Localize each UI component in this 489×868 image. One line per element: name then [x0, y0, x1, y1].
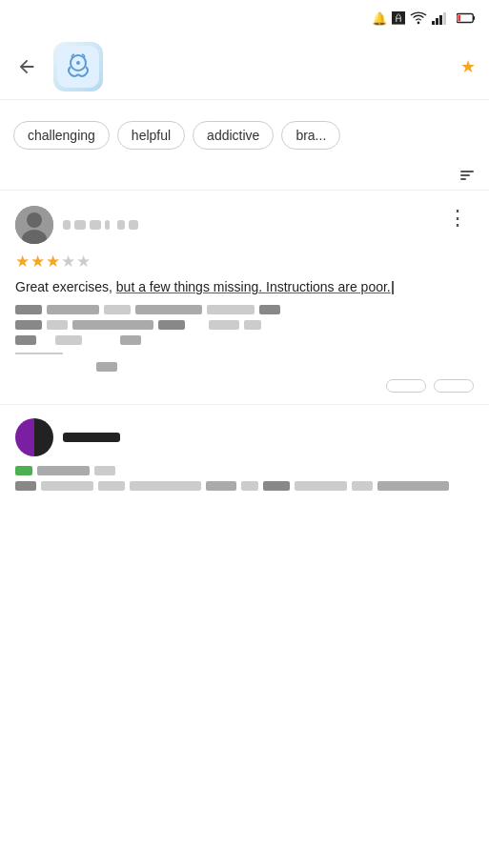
signal-icon: [432, 11, 447, 25]
redacted-row-1: [15, 305, 474, 314]
svg-rect-2: [436, 18, 438, 25]
yes-button[interactable]: [386, 379, 426, 393]
name-block-6: [129, 220, 138, 230]
tag-helpful[interactable]: helpful: [117, 121, 185, 150]
r6-b2: [41, 481, 93, 491]
svg-rect-8: [57, 46, 99, 88]
r3-b2: [55, 335, 82, 345]
reviewer-2-header: [15, 418, 474, 456]
r1-b4: [135, 305, 202, 314]
r2-b6: [244, 320, 261, 330]
redacted-row-3: [15, 335, 474, 345]
review-2-row-1: [15, 466, 474, 475]
sort-button[interactable]: [453, 171, 474, 180]
r2-b5: [209, 320, 239, 330]
r6-b6: [241, 481, 258, 491]
redacted-row-4: [15, 362, 474, 372]
svg-rect-7: [458, 15, 460, 21]
r4-b1: [96, 362, 117, 372]
r6-b5: [206, 481, 236, 491]
name-block-2: [74, 220, 86, 230]
r1-b6: [259, 305, 280, 314]
svg-rect-1: [432, 21, 435, 25]
reviewer-avatar: [15, 206, 53, 244]
status-icons: 🔔 🅰: [372, 10, 476, 26]
notification-icon: 🔔: [372, 11, 387, 26]
star-2: ★: [31, 252, 45, 272]
name-block-3: [90, 220, 101, 230]
name-block-5: [117, 220, 125, 230]
review-2-row-2: [15, 481, 474, 491]
wifi-icon: [410, 11, 427, 25]
r5-b2: [94, 466, 115, 475]
r1-b3: [104, 305, 131, 314]
name-block-1: [63, 220, 71, 230]
r2-b3: [72, 320, 153, 330]
svg-point-10: [76, 61, 80, 65]
r1-b1: [15, 305, 42, 314]
helpful-row: [15, 379, 474, 393]
review-2-preview: [0, 405, 489, 504]
status-bar: 🔔 🅰: [0, 0, 489, 34]
redacted-row-2: [15, 320, 474, 330]
reviewer-2-name-area: [63, 433, 120, 442]
r6-b8: [295, 481, 347, 491]
r5-b1: [37, 466, 90, 475]
name-block-4: [105, 220, 110, 230]
r3-b1: [15, 335, 36, 345]
svg-rect-3: [439, 15, 442, 25]
text-cursor: [392, 281, 394, 294]
reviewer-2-avatar: [15, 418, 53, 456]
avatar-purple-half: [15, 418, 34, 456]
tag-addictive[interactable]: addictive: [193, 121, 274, 150]
r6-b9: [352, 481, 373, 491]
tag-challenging[interactable]: challenging: [13, 121, 110, 150]
reviewer-name-row: [63, 220, 138, 230]
review-text-part2: but a few things missing. Instructions a…: [116, 279, 391, 294]
r2-b2: [47, 320, 68, 330]
tags-scroll: challenging helpful addictive bra...: [13, 121, 476, 157]
r6-b1: [15, 481, 36, 491]
filter-bar: [0, 161, 489, 191]
star-3: ★: [46, 252, 60, 272]
r6-b3: [98, 481, 125, 491]
r1-b2: [47, 305, 99, 314]
reviewer-name-placeholder: [63, 220, 138, 230]
review-1: ⋮ ★ ★ ★ ★ ★ Great exercises, but a few t…: [0, 191, 489, 405]
r6-b10: [377, 481, 449, 491]
battery-icon: [457, 12, 476, 24]
reviewer-2-name-block: [63, 433, 120, 442]
r6-b4: [130, 481, 201, 491]
review-header: ⋮: [15, 206, 474, 244]
sort-icon: [460, 171, 474, 180]
r3-b3: [120, 335, 141, 345]
review-text: Great exercises, but a few things missin…: [15, 277, 474, 297]
star-1: ★: [15, 252, 30, 272]
app-header: ★: [0, 34, 489, 100]
svg-point-12: [27, 212, 42, 228]
app-icon: [53, 42, 103, 91]
tags-section: challenging helpful addictive bra...: [0, 100, 489, 161]
r6-b7: [263, 481, 290, 491]
tag-bra[interactable]: bra...: [281, 121, 340, 150]
r2-b4: [158, 320, 185, 330]
r1-b5: [207, 305, 255, 314]
review-stars: ★ ★ ★ ★ ★: [15, 252, 91, 272]
review-text-part1: Great exercises,: [15, 279, 116, 294]
star-4: ★: [61, 252, 75, 272]
green-block: [15, 466, 32, 475]
avatar-black-half: [34, 418, 53, 456]
reviewer-left: [15, 206, 138, 244]
more-options-button[interactable]: ⋮: [441, 206, 474, 231]
no-button[interactable]: [434, 379, 474, 393]
review-stars-row: ★ ★ ★ ★ ★: [15, 252, 474, 272]
svg-rect-6: [473, 16, 475, 20]
app-shortcut-icon: 🅰: [392, 10, 405, 26]
back-button[interactable]: [10, 50, 44, 84]
star-5: ★: [76, 252, 91, 272]
helpful-buttons: [386, 379, 474, 393]
r2-b1: [15, 320, 42, 330]
rating-star-icon: ★: [460, 56, 476, 77]
svg-rect-4: [443, 12, 446, 25]
review-divider: [15, 353, 63, 354]
